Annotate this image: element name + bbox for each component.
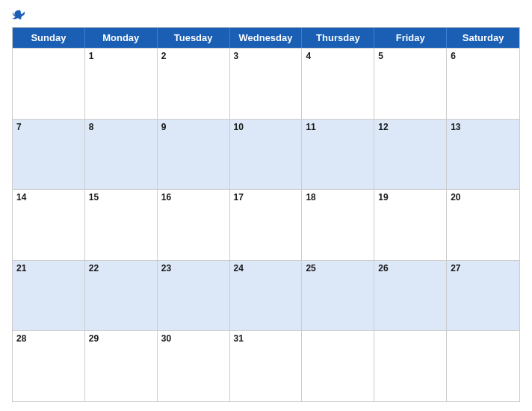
- calendar-cell: 5: [374, 49, 447, 119]
- day-number: 5: [378, 51, 442, 61]
- calendar-cell: 12: [374, 120, 447, 190]
- day-number: 31: [234, 333, 298, 344]
- calendar-cell: 7: [13, 120, 85, 190]
- day-number: 7: [16, 122, 81, 132]
- day-number: 10: [234, 122, 298, 132]
- day-of-week-header: Friday: [374, 28, 447, 48]
- day-number: 18: [306, 192, 370, 203]
- calendar-cell: 24: [230, 261, 303, 331]
- page-header: [12, 9, 520, 22]
- day-number: 2: [161, 51, 226, 61]
- calendar-page: SundayMondayTuesdayWednesdayThursdayFrid…: [0, 0, 532, 411]
- calendar-cell: 4: [302, 49, 374, 119]
- day-of-week-header: Saturday: [447, 28, 519, 48]
- calendar-header: SundayMondayTuesdayWednesdayThursdayFrid…: [13, 28, 519, 48]
- calendar-cell: [302, 331, 374, 401]
- day-number: 20: [451, 192, 516, 203]
- calendar-cell: 15: [85, 190, 158, 260]
- day-of-week-header: Thursday: [302, 28, 374, 48]
- calendar-grid: SundayMondayTuesdayWednesdayThursdayFrid…: [12, 27, 520, 402]
- calendar-week: 14151617181920: [13, 189, 519, 260]
- calendar-cell: 31: [230, 331, 303, 401]
- calendar-cell: 10: [230, 120, 303, 190]
- calendar-cell: 3: [230, 49, 303, 119]
- calendar-cell: 1: [85, 49, 158, 119]
- calendar-cell: 6: [447, 49, 519, 119]
- day-number: 24: [234, 263, 298, 274]
- calendar-week: 28293031: [13, 330, 519, 401]
- calendar-week: 123456: [13, 48, 519, 119]
- calendar-cell: 28: [13, 331, 85, 401]
- calendar-cell: [13, 49, 85, 119]
- day-number: 11: [306, 122, 370, 132]
- day-number: 4: [306, 51, 370, 61]
- day-number: 21: [16, 263, 81, 274]
- calendar-cell: 25: [302, 261, 374, 331]
- day-of-week-header: Wednesday: [230, 28, 303, 48]
- calendar-cell: 13: [447, 120, 519, 190]
- day-number: 1: [89, 51, 153, 61]
- logo-bird-icon: [12, 9, 25, 22]
- calendar-cell: [447, 331, 519, 401]
- day-number: 13: [451, 122, 516, 132]
- calendar-cell: 16: [158, 190, 230, 260]
- calendar-week: 21222324252627: [13, 260, 519, 331]
- day-number: 3: [234, 51, 298, 61]
- day-number: 6: [451, 51, 516, 61]
- day-of-week-header: Sunday: [13, 28, 85, 48]
- day-number: 28: [16, 333, 81, 344]
- day-number: 22: [89, 263, 153, 274]
- calendar-week: 78910111213: [13, 119, 519, 190]
- day-number: 15: [89, 192, 153, 203]
- day-number: 25: [306, 263, 370, 274]
- logo-blue-text: [12, 9, 27, 22]
- day-number: 23: [161, 263, 226, 274]
- calendar-cell: 29: [85, 331, 158, 401]
- day-number: 27: [451, 263, 516, 274]
- calendar-cell: 2: [158, 49, 230, 119]
- day-number: 26: [378, 263, 442, 274]
- day-of-week-header: Tuesday: [158, 28, 230, 48]
- day-number: 16: [161, 192, 226, 203]
- day-number: 30: [161, 333, 226, 344]
- calendar-cell: 26: [374, 261, 447, 331]
- calendar-cell: 19: [374, 190, 447, 260]
- calendar-cell: 21: [13, 261, 85, 331]
- calendar-cell: 22: [85, 261, 158, 331]
- day-number: 8: [89, 122, 153, 132]
- calendar-cell: 9: [158, 120, 230, 190]
- calendar-cell: 11: [302, 120, 374, 190]
- logo: [12, 9, 27, 22]
- day-number: 14: [16, 192, 81, 203]
- day-number: 9: [161, 122, 226, 132]
- day-number: 17: [234, 192, 298, 203]
- calendar-cell: 18: [302, 190, 374, 260]
- calendar-cell: 20: [447, 190, 519, 260]
- calendar-cell: 27: [447, 261, 519, 331]
- calendar-body: 1234567891011121314151617181920212223242…: [13, 48, 519, 401]
- calendar-cell: 8: [85, 120, 158, 190]
- calendar-cell: 30: [158, 331, 230, 401]
- day-number: 19: [378, 192, 442, 203]
- day-of-week-header: Monday: [85, 28, 158, 48]
- day-number: 29: [89, 333, 153, 344]
- day-number: 12: [378, 122, 442, 132]
- calendar-cell: 17: [230, 190, 303, 260]
- calendar-cell: [374, 331, 447, 401]
- calendar-cell: 14: [13, 190, 85, 260]
- calendar-cell: 23: [158, 261, 230, 331]
